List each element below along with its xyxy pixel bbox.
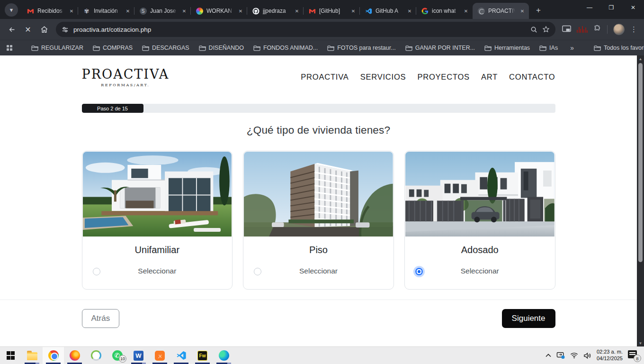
back-step-button[interactable]: Atrás	[82, 309, 120, 328]
scroll-down-icon[interactable]: ▼	[639, 340, 643, 346]
browser-tab[interactable]: jjpedraza ✕	[247, 3, 304, 19]
scrollbar-thumb[interactable]	[638, 63, 643, 262]
taskbar-firefox[interactable]	[64, 347, 85, 364]
nav-proyectos[interactable]: PROYECTOS	[417, 73, 470, 82]
bookmark-folder[interactable]: FOTOS para restaur...	[323, 43, 399, 53]
profile-avatar[interactable]	[613, 24, 625, 35]
bookmark-folder[interactable]: DESCARGAS	[138, 43, 193, 53]
bookmark-folder[interactable]: DISEÑANDO	[195, 43, 248, 53]
tab-close-icon[interactable]: ✕	[180, 7, 188, 15]
option-card-adosado[interactable]: Adosado Seleccionar	[404, 151, 555, 290]
new-tab-button[interactable]: +	[532, 4, 545, 17]
clock-date: 04/12/2025	[597, 355, 623, 362]
bookmarks-overflow-button[interactable]: »	[565, 44, 579, 52]
site-logo[interactable]: PROACTIVA REFORMAS/ART.	[82, 67, 170, 87]
all-bookmarks-label: Todos los favoritos	[604, 45, 644, 51]
bookmark-folder[interactable]: IAs	[536, 43, 562, 53]
apps-grid-icon[interactable]	[7, 45, 12, 51]
search-icon[interactable]	[530, 26, 537, 33]
option-card-piso[interactable]: Piso Seleccionar	[243, 151, 394, 290]
radio-unifamiliar[interactable]	[93, 268, 100, 275]
nav-servicios[interactable]: SERVICIOS	[360, 73, 406, 82]
browser-tab[interactable]: ✾ Invitación ✕	[78, 3, 134, 19]
browser-tab[interactable]: icon what ✕	[416, 3, 473, 19]
tab-close-icon[interactable]: ✕	[349, 7, 357, 15]
tab-close-icon[interactable]: ✕	[124, 7, 132, 15]
swirl-app-icon	[91, 350, 101, 361]
taskbar-edge[interactable]	[213, 347, 234, 364]
window-controls: — ❐ ✕	[579, 0, 644, 15]
tab-close-icon[interactable]: ✕	[237, 7, 244, 15]
tab-close-icon[interactable]: ✕	[462, 7, 470, 15]
taskbar-whatsapp[interactable]: 10	[107, 347, 128, 364]
taskbar-word[interactable]: W	[128, 347, 149, 364]
home-button[interactable]	[37, 22, 51, 36]
toolbar-actions: ⋮	[560, 24, 639, 35]
flower-icon: ✾	[83, 7, 90, 15]
clock[interactable]: 02:23 a. m. 04/12/2025	[597, 349, 623, 362]
menu-kebab-icon[interactable]: ⋮	[630, 25, 637, 34]
page-scrollbar[interactable]: ▲ ▼	[637, 55, 644, 346]
nav-art[interactable]: ART	[481, 73, 498, 82]
tab-search-button[interactable]: ▼	[5, 3, 18, 17]
taskbar-swirl-app[interactable]	[85, 347, 107, 364]
tab-close-icon[interactable]: ✕	[293, 7, 301, 15]
volume-icon[interactable]	[583, 352, 591, 359]
tab-close-icon[interactable]: ✕	[406, 7, 413, 15]
bookmark-star-icon[interactable]	[542, 26, 550, 33]
browser-tab[interactable]: [GitHub] ✕	[304, 3, 360, 19]
audio-waveform-icon[interactable]	[577, 26, 588, 33]
display-sync-icon[interactable]	[556, 352, 565, 359]
folder-icon	[199, 45, 206, 51]
option-action-label[interactable]: Seleccionar	[243, 267, 394, 275]
option-action-label[interactable]: Seleccionar	[82, 267, 233, 275]
taskbar-vscode[interactable]	[170, 347, 192, 364]
bookmark-folder[interactable]: FONDOS ANIMAD...	[250, 43, 322, 53]
url-text[interactable]: proactiva.art/cotizacion.php	[73, 26, 526, 33]
bookmark-label: DESCARGAS	[152, 45, 189, 51]
stop-loading-button[interactable]: ✕	[21, 22, 35, 36]
media-cast-icon[interactable]	[562, 25, 571, 34]
browser-tab[interactable]: Juan Jose ✕	[134, 3, 191, 19]
tab-title: PROACTIV	[488, 8, 515, 14]
taskbar-chrome[interactable]	[43, 347, 64, 364]
xampp-icon	[155, 351, 165, 361]
taskbar-file-explorer[interactable]	[21, 347, 43, 364]
tray-chevron-icon[interactable]	[546, 354, 551, 357]
site-settings-icon[interactable]	[62, 26, 69, 33]
minimize-button[interactable]: —	[579, 0, 600, 15]
maximize-button[interactable]: ❐	[600, 0, 622, 15]
radio-adosado[interactable]	[415, 268, 423, 275]
notification-center-button[interactable]: 8	[628, 350, 640, 361]
browser-tab[interactable]: WORKAN ✕	[191, 3, 247, 19]
folder-icon	[405, 45, 412, 51]
browser-tab[interactable]: Recibidos ✕	[22, 3, 78, 19]
taskbar-xampp[interactable]	[149, 347, 170, 364]
start-button[interactable]	[0, 347, 21, 364]
bookmark-folder[interactable]: REGULARIZAR	[27, 43, 87, 53]
bookmark-folder[interactable]: Herramientas	[481, 43, 534, 53]
browser-tab[interactable]: GitHub A ✕	[360, 3, 416, 19]
all-bookmarks-button[interactable]: Todos los favoritos	[590, 43, 644, 53]
close-button[interactable]: ✕	[622, 0, 644, 15]
scroll-up-icon[interactable]: ▲	[639, 55, 643, 62]
address-bar[interactable]: proactiva.art/cotizacion.php	[56, 22, 555, 37]
option-card-unifamiliar[interactable]: Unifamiliar Seleccionar	[82, 151, 233, 290]
tab-close-icon[interactable]: ✕	[519, 7, 526, 15]
next-step-button[interactable]: Siguiente	[502, 309, 555, 328]
bookmark-folder[interactable]: COMPRAS	[89, 43, 136, 53]
wifi-icon[interactable]	[570, 352, 578, 359]
tab-list: Recibidos ✕ ✾ Invitación ✕ Juan Jose ✕ W…	[22, 0, 545, 19]
folder-icon	[539, 45, 546, 51]
extensions-puzzle-icon[interactable]	[593, 25, 601, 35]
taskbar-fireworks[interactable]: Fw	[192, 347, 213, 364]
folder-icon	[484, 45, 492, 51]
nav-contacto[interactable]: CONTACTO	[509, 73, 555, 82]
tab-title: jjpedraza	[263, 8, 290, 14]
tab-close-icon[interactable]: ✕	[68, 7, 75, 15]
option-action-label[interactable]: Seleccionar	[405, 267, 555, 275]
bookmark-folder[interactable]: GANAR POR INTER...	[402, 43, 479, 53]
browser-tab-active[interactable]: PROACTIV ✕	[473, 3, 529, 19]
back-button[interactable]	[5, 22, 19, 36]
nav-proactiva[interactable]: PROACTIVA	[301, 73, 349, 82]
